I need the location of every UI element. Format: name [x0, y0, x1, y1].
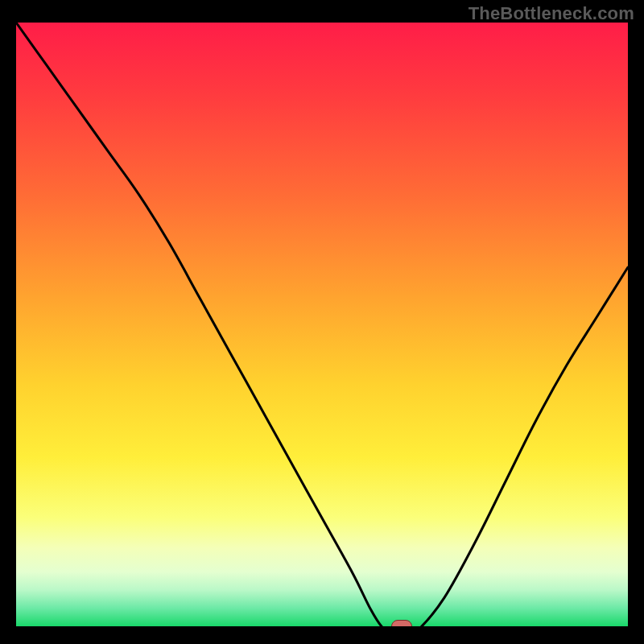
plot-area: [16, 23, 628, 626]
watermark-text: TheBottleneck.com: [469, 3, 634, 24]
bottleneck-curve: [16, 23, 628, 626]
chart-frame: TheBottleneck.com: [0, 0, 644, 644]
optimal-point-marker: [391, 620, 412, 626]
